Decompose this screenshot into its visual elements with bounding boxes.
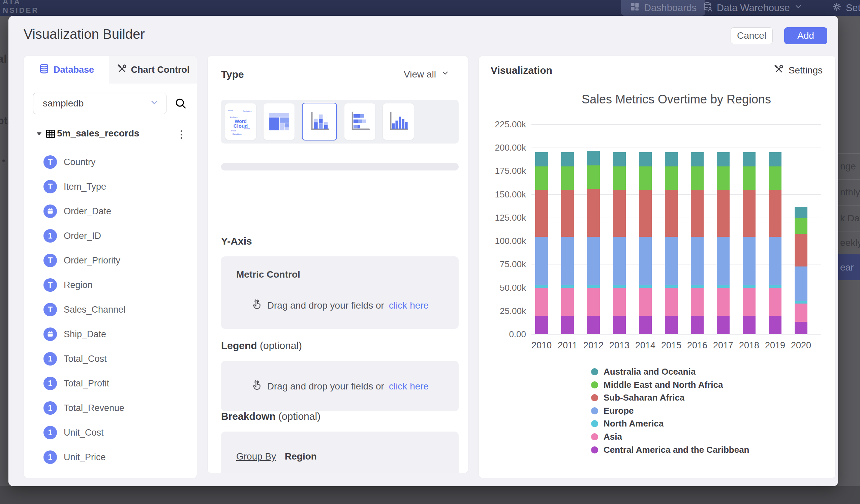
bar-segment — [691, 190, 704, 236]
legend-click-here-link[interactable]: click here — [389, 381, 429, 392]
field-item-unit_price[interactable]: 1 Unit_Price — [24, 448, 197, 466]
bar-segment — [769, 285, 782, 288]
bar-segment — [794, 234, 807, 267]
background-text-fragment: • — [2, 156, 5, 166]
bar-segment — [665, 152, 678, 167]
bar-segment — [794, 267, 807, 301]
background-menu-item: ear — [838, 254, 860, 280]
field-item-total_cost[interactable]: 1 Total_Cost — [24, 349, 197, 368]
legend-dot-icon — [591, 381, 598, 388]
legend-dropzone[interactable]: Drag and drop your fields or click here — [221, 361, 459, 411]
chart-type-card-stacked-bar[interactable] — [344, 103, 375, 140]
bar-segment — [587, 165, 600, 189]
metric-control-dropzone[interactable]: Metric Control Drag and drop your fields… — [221, 256, 459, 329]
caret-down-icon[interactable] — [35, 130, 43, 140]
field-type-text-icon: T — [43, 155, 57, 169]
y-axis-tick-label: 125.00k — [482, 213, 526, 223]
visualization-builder-modal: Visualization Builder Cancel Add Databas… — [9, 16, 838, 486]
tab-chart-control[interactable]: Chart Control — [109, 56, 197, 84]
legend-item[interactable]: Europe — [591, 406, 634, 416]
horizontal-scrollbar[interactable] — [221, 163, 459, 171]
stacked-bar-2016 — [691, 56, 704, 334]
field-item-country[interactable]: T Country — [24, 153, 197, 172]
nav-settings[interactable]: Settin — [832, 0, 860, 16]
add-button[interactable]: Add — [784, 27, 827, 44]
bar-segment — [613, 285, 626, 288]
field-item-total_revenue[interactable]: 1 Total_Revenue — [24, 399, 197, 417]
database-select[interactable]: sampledb — [33, 93, 167, 114]
field-type-number-icon: 1 — [43, 426, 57, 439]
group-by-label[interactable]: Group By — [236, 451, 276, 462]
left-tabbar: Database Chart Control — [24, 56, 197, 84]
bar-segment — [561, 190, 574, 236]
field-type-date-icon — [43, 328, 57, 341]
view-all-dropdown[interactable]: View all — [404, 69, 449, 80]
field-label: Ship_Date — [64, 329, 106, 340]
stacked-bar-2011 — [561, 56, 574, 334]
bar-segment — [587, 288, 600, 316]
field-label: Region — [64, 280, 93, 290]
bar-segment — [769, 316, 782, 334]
nav-dashboards[interactable]: Dashboards — [621, 0, 705, 16]
bar-segment — [769, 167, 782, 190]
bar-segment — [665, 167, 678, 190]
bar-segment — [794, 322, 807, 334]
field-label: Order_Priority — [64, 255, 120, 266]
chart-type-card-treemap[interactable] — [263, 103, 295, 140]
bar-segment — [639, 152, 652, 167]
bar-segment — [794, 304, 807, 322]
bar-segment — [613, 152, 626, 167]
search-icon[interactable] — [175, 97, 187, 111]
bar-segment — [561, 167, 574, 190]
chart-type-card-stacked-column[interactable] — [302, 103, 337, 141]
field-item-order_priority[interactable]: T Order_Priority — [24, 251, 197, 270]
chart-type-card-word-cloud[interactable]: Word Cloud inessAnalyticsBigDatabuildcom… — [225, 103, 256, 140]
field-item-item_type[interactable]: T Item_Type — [24, 177, 197, 196]
table-icon — [45, 128, 56, 141]
field-item-order_id[interactable]: 1 Order_ID — [24, 226, 197, 245]
bar-segment — [769, 237, 782, 285]
field-label: Order_Date — [64, 206, 111, 217]
bar-segment — [665, 190, 678, 236]
field-type-text-icon: T — [43, 180, 57, 193]
cancel-button[interactable]: Cancel — [731, 27, 773, 44]
bar-segment — [717, 288, 730, 316]
bar-segment — [794, 301, 807, 304]
metric-click-here-link[interactable]: click here — [389, 300, 429, 311]
screen: ATA NSIDER Dashboards Data Warehouse Set… — [0, 0, 860, 504]
bar-segment — [691, 167, 704, 190]
bar-segment — [717, 237, 730, 285]
breakdown-box[interactable]: Group By Region — [221, 432, 459, 473]
y-axis-heading: Y-Axis — [221, 235, 252, 247]
field-item-region[interactable]: T Region — [24, 276, 197, 294]
bar-segment — [587, 285, 600, 288]
legend-item[interactable]: North America — [591, 418, 663, 429]
legend-item[interactable]: Australia and Oceania — [591, 366, 696, 377]
hand-click-icon — [251, 379, 262, 393]
nav-data-warehouse[interactable]: Data Warehouse — [703, 0, 803, 16]
field-item-ship_date[interactable]: Ship_Date — [24, 325, 197, 344]
legend-item[interactable]: Central America and the Caribbean — [591, 445, 749, 455]
y-axis-tick-label: 25.00k — [482, 306, 526, 316]
field-item-order_date[interactable]: Order_Date — [24, 202, 197, 221]
field-item-unit_cost[interactable]: 1 Unit_Cost — [24, 423, 197, 442]
legend-item[interactable]: Sub-Saharan Africa — [591, 392, 685, 403]
field-label: Total_Revenue — [64, 403, 124, 413]
chevron-down-icon — [794, 2, 803, 13]
top-nav-bar: ATA NSIDER Dashboards Data Warehouse Set… — [0, 0, 860, 16]
table-tree-item[interactable]: 5m_sales_records — [24, 127, 197, 141]
kebab-menu-icon[interactable] — [176, 129, 186, 140]
legend-item[interactable]: Asia — [591, 432, 622, 442]
chart-type-card-column[interactable] — [383, 103, 414, 140]
field-item-sales_channel[interactable]: T Sales_Channel — [24, 300, 197, 319]
legend-item[interactable]: Middle East and North Africa — [591, 380, 723, 390]
background-menu-item: k Date — [838, 205, 860, 231]
stacked-bar-2018 — [743, 56, 756, 334]
bar-segment — [743, 316, 756, 334]
metric-control-label: Metric Control — [236, 269, 300, 280]
x-axis-tick-label: 2020 — [786, 340, 816, 351]
field-item-total_profit[interactable]: 1 Total_Profit — [24, 374, 197, 393]
bar-segment — [717, 316, 730, 334]
tab-database[interactable]: Database — [24, 56, 109, 84]
legend-dot-icon — [591, 433, 598, 440]
